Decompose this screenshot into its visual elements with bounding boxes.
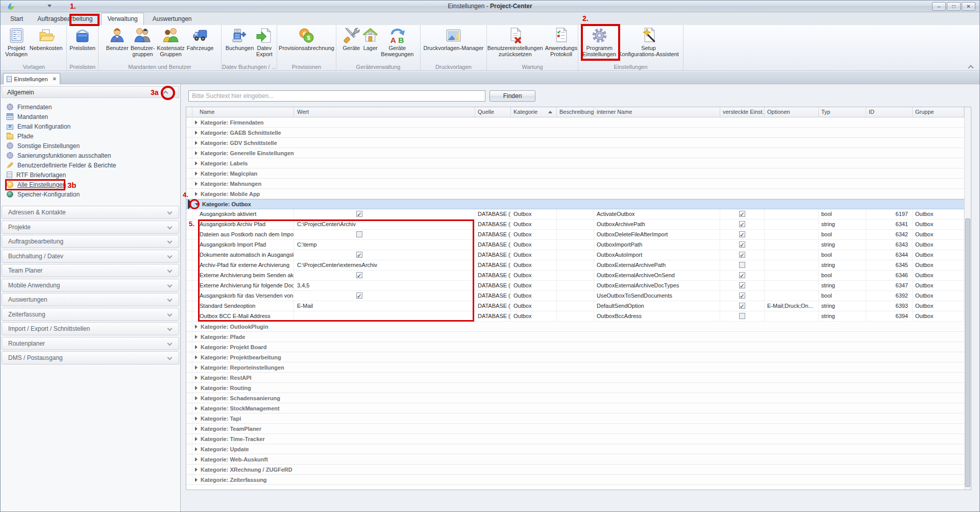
- preislisten-button[interactable]: Preislisten: [68, 27, 96, 52]
- category-row[interactable]: Kategorie: Schadensanierung: [186, 393, 971, 403]
- close-button[interactable]: ✕: [962, 2, 975, 11]
- sidebar-item-speicher-konfiguration[interactable]: Speicher-Konfiguration: [1, 189, 180, 199]
- sidebar-item-pfade[interactable]: Pfade: [1, 131, 180, 141]
- sidebar-item-email-konfiguration[interactable]: Email Konfiguration: [1, 121, 180, 131]
- category-row[interactable]: Kategorie: Zeiterfassung: [186, 475, 971, 485]
- expand-icon[interactable]: [195, 427, 198, 431]
- provisionsabrechnung-button[interactable]: €$ Provisionsabrechnung: [278, 27, 335, 52]
- column-header-quelle[interactable]: Quelle: [475, 107, 511, 117]
- checkbox[interactable]: [739, 272, 745, 278]
- collapse-icon[interactable]: [195, 203, 199, 206]
- category-row[interactable]: Kategorie: GDV Schnittstelle: [186, 138, 971, 148]
- category-row[interactable]: Kategorie: Routing: [186, 383, 971, 393]
- sidebar-item-mandanten[interactable]: Mandanten: [1, 112, 180, 121]
- checkbox[interactable]: [739, 241, 745, 248]
- checkbox[interactable]: [739, 282, 745, 288]
- category-row[interactable]: Kategorie: Generelle Einstellungen: [186, 148, 971, 158]
- geraete-button[interactable]: Geräte: [342, 27, 361, 52]
- sidebar-group-team-planer[interactable]: Team Planer: [2, 264, 179, 277]
- expand-icon[interactable]: [195, 468, 198, 472]
- table-row[interactable]: Externe Archivierung für folgende DocTyp…: [186, 281, 971, 291]
- checkbox[interactable]: [356, 231, 362, 237]
- expand-icon[interactable]: [195, 192, 198, 196]
- sidebar-item-sonstige-einstellungen[interactable]: Sonstige Einstellungen: [1, 141, 180, 151]
- category-row[interactable]: Kategorie: StockManagement: [186, 403, 971, 413]
- expand-icon[interactable]: [195, 457, 198, 461]
- minimize-button[interactable]: –: [932, 2, 946, 11]
- column-header-wert[interactable]: Wert: [294, 107, 475, 117]
- ribbon-collapse-icon[interactable]: [968, 64, 972, 68]
- expand-icon[interactable]: [195, 478, 198, 482]
- category-row[interactable]: Kategorie: Mobile App: [186, 189, 971, 199]
- sidebar-group-zeiterfassung[interactable]: Zeiterfassung: [2, 308, 179, 321]
- sidebar-group-allgemein-header[interactable]: Allgemein: [2, 86, 179, 98]
- druckvorlagen-manager-button[interactable]: Druckvorlagen-Manager: [423, 27, 485, 52]
- programm-einstellungen-button[interactable]: Programm Einstellungen: [581, 27, 617, 58]
- ribbon-tab-auswertungen[interactable]: Auswertungen: [147, 13, 198, 25]
- sidebar-item-benutzerdefinierte-felder[interactable]: Benutzerdefinierte Felder & Berichte: [1, 160, 180, 170]
- sidebar-group-routenplaner[interactable]: Routenplaner: [2, 337, 179, 350]
- table-row[interactable]: Ausgangskorb für das Versenden von Dokum…: [186, 291, 971, 301]
- category-row[interactable]: Kategorie: Tapi: [186, 413, 971, 424]
- checkbox[interactable]: [739, 231, 745, 237]
- expand-icon[interactable]: [195, 172, 198, 176]
- category-row[interactable]: Kategorie: Update: [186, 444, 971, 454]
- category-row[interactable]: Kategorie: Projekt Board: [186, 342, 971, 352]
- category-row[interactable]: Kategorie: Time-Tracker: [186, 434, 971, 444]
- column-header-name[interactable]: Name: [192, 107, 294, 117]
- vertical-scrollbar[interactable]: [964, 107, 971, 490]
- sidebar-group-buchhaltung-datev[interactable]: Buchhaltung / Datev: [2, 250, 179, 263]
- nebenkosten-button[interactable]: Nebenkosten: [29, 27, 64, 52]
- expand-icon[interactable]: [195, 161, 198, 165]
- checkbox[interactable]: [739, 292, 745, 299]
- expand-icon[interactable]: [195, 365, 198, 370]
- expand-icon[interactable]: [195, 447, 198, 451]
- tab-close-icon[interactable]: ✕: [53, 76, 57, 82]
- category-row[interactable]: Kategorie: Labels: [186, 158, 971, 168]
- tab-einstellungen[interactable]: Einstellungen ✕: [3, 73, 60, 84]
- category-row[interactable]: Kategorie: XRechnung / ZUGFeRD: [186, 465, 971, 475]
- category-row[interactable]: Kategorie: Pfade: [186, 332, 971, 342]
- category-row-outbox-selected[interactable]: Kategorie: Outbox: [186, 199, 971, 209]
- checkbox[interactable]: [356, 272, 362, 278]
- sidebar-group-adressen-kontakte[interactable]: Adressen & Kontakte: [2, 206, 179, 219]
- sidebar-item-alle-einstellungen[interactable]: Alle Einstellungen: [1, 180, 180, 189]
- fahrzeuge-button[interactable]: Fahrzeuge: [186, 27, 215, 52]
- datev-export-button[interactable]: Datev Export: [255, 27, 274, 58]
- ribbon-tab-start[interactable]: Start: [5, 13, 29, 25]
- category-row[interactable]: Kategorie: Reporteinstellungen: [186, 362, 971, 373]
- expand-icon[interactable]: [195, 437, 198, 441]
- maximize-button[interactable]: □: [947, 2, 961, 11]
- kostensatz-gruppen-button[interactable]: Kostensatz Gruppen: [156, 27, 185, 58]
- column-header-kategorie[interactable]: Kategorie: [511, 107, 557, 117]
- sidebar-group-projekte[interactable]: Projekte: [2, 221, 179, 234]
- anwendungs-protokoll-button[interactable]: Anwendungs Protokoll: [544, 27, 579, 58]
- category-row[interactable]: Kategorie: OutlookPlugin: [186, 322, 971, 332]
- ribbon-tab-verwaltung[interactable]: Verwaltung: [101, 13, 143, 25]
- benutzer-button[interactable]: Benutzer: [105, 27, 130, 52]
- column-header-interner-name[interactable]: interner Name: [594, 107, 720, 117]
- category-row[interactable]: Kategorie: Firmendaten: [186, 117, 971, 128]
- category-row[interactable]: Kategorie: Web-Auskunft: [186, 454, 971, 465]
- expand-icon[interactable]: [195, 417, 198, 421]
- ribbon-tab-auftragsbearbeitung[interactable]: Auftragsbearbeitung: [32, 13, 98, 25]
- expand-icon[interactable]: [195, 325, 198, 329]
- checkbox[interactable]: [739, 221, 745, 227]
- scrollbar-thumb[interactable]: [965, 218, 970, 487]
- benutzer-gruppen-button[interactable]: Benutzer- gruppen: [130, 27, 156, 58]
- expand-icon[interactable]: [195, 386, 198, 390]
- expand-icon[interactable]: [195, 355, 198, 359]
- setup-konfigurations-assistent-button[interactable]: Setup Konfigurations-Assistent: [617, 27, 680, 58]
- column-header-versteckte[interactable]: versteckte Einst...: [720, 107, 765, 117]
- category-row[interactable]: Kategorie: TeamPlaner: [186, 424, 971, 434]
- expand-icon[interactable]: [195, 141, 198, 145]
- checkbox[interactable]: [739, 211, 745, 217]
- table-row[interactable]: Archiv-Pfad für externe Archivierung C:\…: [186, 260, 971, 271]
- column-header-typ[interactable]: Typ: [819, 107, 866, 117]
- projekt-vorlagen-button[interactable]: Projekt Vorlagen: [4, 27, 28, 58]
- table-row[interactable]: Ausgangskorb Import Pfad C:\temp DATABAS…: [186, 240, 971, 250]
- expand-icon[interactable]: [195, 406, 198, 410]
- sidebar-item-sanierungsfunktionen[interactable]: Sanierungsfunktionen ausschalten: [1, 151, 180, 160]
- buchungen-button[interactable]: Buchungen: [225, 27, 255, 52]
- column-header-beschreibung[interactable]: Beschreibung: [557, 107, 594, 117]
